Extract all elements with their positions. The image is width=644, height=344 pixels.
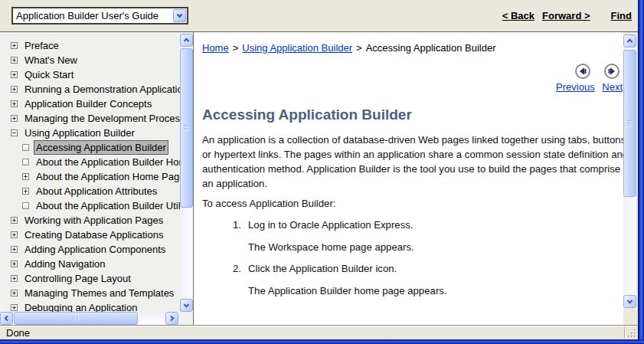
- steps-list: 1. Log in to Oracle Application Express.…: [230, 219, 623, 296]
- find-link[interactable]: Find: [611, 10, 632, 21]
- tree-item[interactable]: Creating Database Applications: [0, 228, 180, 242]
- toc-sidebar: Preface What's New Quick Start Running a…: [0, 32, 194, 325]
- breadcrumb-link-home[interactable]: Home: [202, 42, 229, 54]
- intro-paragraph: An application is a collection of databa…: [202, 133, 629, 191]
- list-item: 2. Click the Application Builder icon.: [230, 263, 623, 274]
- chevron-down-icon: [176, 13, 183, 18]
- resize-grip-icon[interactable]: [627, 329, 637, 339]
- scroll-down-icon: [183, 303, 190, 308]
- content-pane: Home>Using Application Builder>Accessing…: [194, 32, 623, 325]
- tree-item[interactable]: Adding Navigation: [0, 257, 180, 271]
- tree-item[interactable]: Adding Application Components: [0, 242, 180, 257]
- scrollbar-thumb[interactable]: [14, 312, 138, 325]
- step-result: The Workspace home page appears.: [248, 241, 623, 253]
- status-text: Done: [6, 327, 30, 339]
- expand-icon[interactable]: [11, 217, 18, 224]
- expand-icon[interactable]: [11, 100, 18, 107]
- scroll-down-button[interactable]: [180, 299, 193, 312]
- step-number: 1.: [230, 219, 241, 231]
- tree-item[interactable]: Managing the Development Process: [0, 111, 180, 126]
- tree-item[interactable]: About Application Attributes: [0, 184, 180, 198]
- tree-item[interactable]: Controlling Page Layout: [0, 271, 180, 286]
- tree-item[interactable]: What's New: [0, 53, 180, 67]
- sidebar-vertical-scrollbar[interactable]: [180, 34, 193, 312]
- collapse-icon[interactable]: [11, 129, 18, 136]
- history-nav: < BackForward >Find: [502, 10, 632, 21]
- breadcrumb: Home>Using Application Builder>Accessing…: [202, 42, 623, 54]
- tree-item[interactable]: Application Builder Concepts: [0, 97, 180, 111]
- tree-item[interactable]: About the Application Builder Utilities: [0, 198, 180, 213]
- previous-link[interactable]: Previous: [556, 81, 595, 93]
- expand-icon[interactable]: [11, 246, 18, 253]
- list-item: 1. Log in to Oracle Application Express.: [230, 219, 623, 231]
- breadcrumb-link-section[interactable]: Using Application Builder: [242, 42, 352, 54]
- tree-item[interactable]: Using Application Builder: [0, 126, 180, 140]
- tree-item[interactable]: Quick Start: [0, 67, 180, 82]
- expand-icon[interactable]: [11, 57, 18, 64]
- expand-icon[interactable]: [11, 260, 18, 267]
- page-title: Accessing Application Builder: [202, 107, 623, 123]
- sidebar-horizontal-scrollbar[interactable]: [0, 312, 178, 325]
- pager: Previous Next: [551, 63, 623, 93]
- next-icon[interactable]: [603, 63, 620, 80]
- expand-icon[interactable]: [11, 42, 18, 49]
- page-icon: [22, 202, 29, 209]
- expand-icon[interactable]: [11, 231, 18, 238]
- back-link[interactable]: < Back: [502, 10, 534, 21]
- scrollbar-corner: [178, 312, 193, 325]
- step-text: Log in to Oracle Application Express.: [248, 219, 414, 231]
- content-vertical-scrollbar[interactable]: [623, 34, 636, 308]
- expand-icon[interactable]: [11, 115, 18, 122]
- help-viewer-window: Application Builder User's Guide < BackF…: [0, 0, 644, 344]
- tree-item[interactable]: Running a Demonstration Application: [0, 82, 180, 97]
- task-intro: To access Application Builder:: [202, 198, 623, 209]
- scroll-left-button[interactable]: [0, 312, 13, 325]
- scroll-right-icon: [169, 315, 175, 322]
- expand-icon[interactable]: [11, 290, 18, 296]
- scroll-right-button[interactable]: [165, 312, 178, 325]
- toc-tree: Preface What's New Quick Start Running a…: [0, 32, 180, 312]
- book-selector-dropdown[interactable]: Application Builder User's Guide: [11, 7, 188, 25]
- tree-item[interactable]: About the Application Home Page: [0, 169, 180, 184]
- toolbar: Application Builder User's Guide < BackF…: [0, 0, 638, 32]
- step-text: Click the Application Builder icon.: [248, 263, 397, 274]
- page-icon: [22, 159, 29, 165]
- tree-item[interactable]: Working with Application Pages: [0, 213, 180, 228]
- main-region: Preface What's New Quick Start Running a…: [0, 32, 638, 325]
- tree-item[interactable]: Preface: [0, 38, 180, 53]
- breadcrumb-current: Accessing Application Builder: [366, 42, 496, 54]
- breadcrumb-separator: >: [233, 42, 239, 54]
- scroll-left-icon: [4, 315, 9, 322]
- tree-item[interactable]: Debugging an Application: [0, 300, 180, 312]
- scroll-down-button[interactable]: [623, 295, 636, 308]
- scrollbar-thumb[interactable]: [180, 48, 193, 208]
- scroll-up-button[interactable]: [623, 34, 636, 48]
- expand-icon[interactable]: [11, 71, 18, 78]
- expand-icon[interactable]: [11, 275, 18, 282]
- step-result: The Application Builder home page appear…: [248, 285, 623, 296]
- window-border: [638, 0, 644, 344]
- expand-icon[interactable]: [22, 173, 29, 180]
- tree-item-selected[interactable]: Accessing Application Builder: [0, 140, 180, 155]
- tree-item[interactable]: About the Application Builder Home: [0, 155, 180, 169]
- expand-icon[interactable]: [11, 304, 18, 311]
- forward-link[interactable]: Forward >: [542, 10, 590, 21]
- scroll-down-icon: [626, 299, 633, 304]
- page-icon: [22, 144, 29, 151]
- scroll-up-icon: [626, 38, 633, 44]
- scrollbar-thumb[interactable]: [623, 50, 636, 197]
- status-separator: [624, 327, 626, 338]
- scroll-up-button[interactable]: [180, 34, 193, 47]
- status-bar: Done: [0, 325, 638, 339]
- tree-item[interactable]: Managing Themes and Templates: [0, 286, 180, 300]
- book-selector-value: Application Builder User's Guide: [13, 10, 173, 21]
- previous-icon[interactable]: [574, 63, 591, 80]
- dropdown-button[interactable]: [173, 9, 186, 22]
- step-number: 2.: [230, 263, 241, 274]
- breadcrumb-separator: >: [356, 42, 362, 54]
- window-border: [0, 339, 644, 344]
- expand-icon[interactable]: [11, 86, 18, 93]
- scroll-up-icon: [183, 38, 190, 43]
- expand-icon[interactable]: [22, 188, 29, 195]
- next-link[interactable]: Next: [602, 81, 623, 93]
